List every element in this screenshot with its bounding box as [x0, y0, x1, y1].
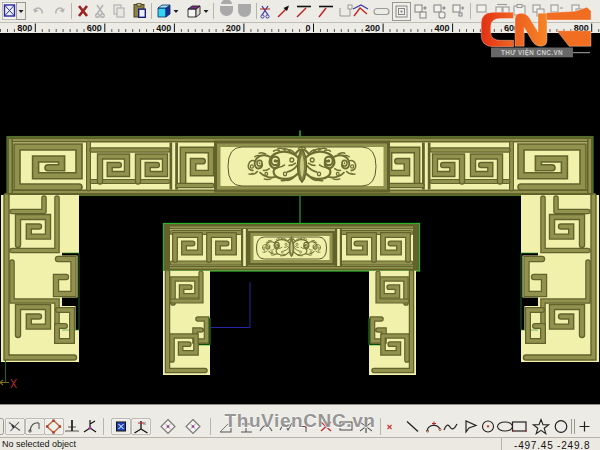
svg-text:200: 200: [226, 23, 241, 33]
svg-text:THƯ VIỆN CNC.VN: THƯ VIỆN CNC.VN: [501, 48, 563, 56]
svg-text:200: 200: [365, 23, 380, 33]
svg-text:400: 400: [156, 23, 171, 33]
svg-text:800: 800: [17, 23, 32, 33]
svg-text:400: 400: [435, 23, 450, 33]
svg-text:600: 600: [87, 23, 102, 33]
